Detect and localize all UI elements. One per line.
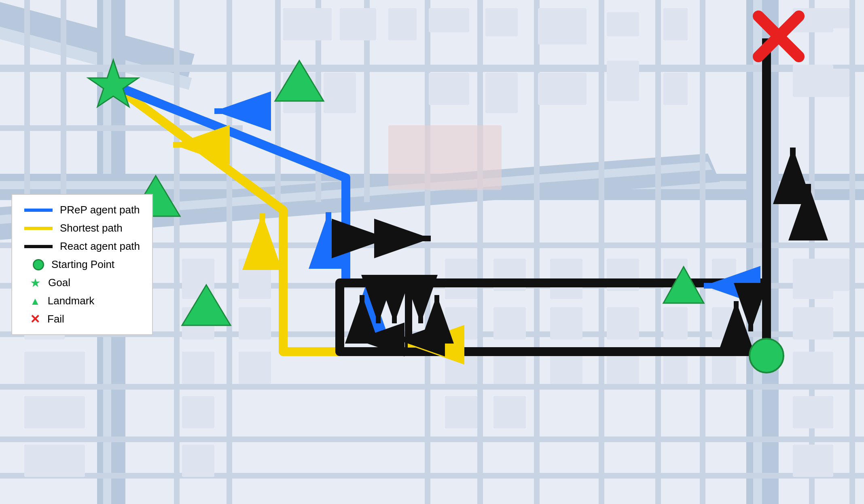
legend-item-react: React agent path [24, 240, 140, 253]
prep-label: PReP agent path [60, 204, 140, 216]
legend-item-start: Starting Point [24, 258, 140, 271]
legend-item-fail: ✕ Fail [24, 313, 140, 325]
map-container: PReP agent path Shortest path React agen… [0, 0, 864, 504]
landmark-3 [182, 285, 231, 325]
fail-x-marker [758, 16, 799, 57]
triangle-icon: ▲ [30, 296, 40, 306]
start-circle-icon [33, 259, 44, 270]
react-label: React agent path [60, 240, 140, 253]
start-label: Starting Point [51, 258, 114, 271]
react-line-icon [24, 245, 53, 248]
legend-item-shortest: Shortest path [24, 222, 140, 234]
shortest-label: Shortest path [60, 222, 123, 234]
prep-line-icon [24, 209, 53, 212]
star-icon: ★ [30, 277, 41, 289]
landmark-1 [275, 61, 324, 101]
fail-label: Fail [47, 313, 64, 325]
start-circle-marker [750, 339, 784, 373]
shortest-line-icon [24, 227, 53, 230]
x-icon: ✕ [30, 313, 40, 325]
landmark-label: Landmark [48, 295, 95, 307]
legend-item-prep: PReP agent path [24, 204, 140, 216]
legend-item-landmark: ▲ Landmark [24, 295, 140, 307]
legend-item-goal: ★ Goal [24, 276, 140, 289]
legend: PReP agent path Shortest path React agen… [11, 194, 153, 335]
goal-label: Goal [48, 276, 70, 289]
